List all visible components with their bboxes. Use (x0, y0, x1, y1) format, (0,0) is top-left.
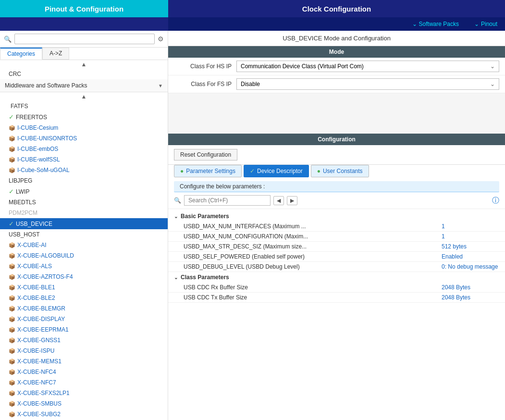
sidebar-item-xcube-als[interactable]: 📦 X-CUBE-ALS (0, 261, 168, 272)
middleware-group-header[interactable]: Middleware and Software Packs ▼ (0, 79, 168, 92)
tab-a-z[interactable]: A->Z (42, 48, 69, 60)
config-tabs: ● Parameter Settings ✓ Device Descriptor… (168, 165, 505, 181)
sidebar-item-xcube-mems1[interactable]: 📦 X-CUBE-MEMS1 (0, 356, 168, 367)
pkg-icon: 📦 (9, 380, 15, 386)
sidebar-item-pdm2pcm[interactable]: PDM2PCM (0, 208, 168, 218)
sidebar-item-xcube-ispu[interactable]: 📦 X-CUBE-ISPU (0, 346, 168, 356)
sidebar-item-icube-som-ugoal[interactable]: 📦 I-Cube-SoM-uGOAL (0, 165, 168, 175)
tab-check-icon-active: ✓ (250, 168, 255, 174)
sidebar-item-crc[interactable]: CRC (0, 69, 168, 79)
param-row: USBD_MAX_NUM_CONFIGURATION (Maxim... 1 (168, 232, 505, 242)
chevron-down-icon: ⌄ (490, 63, 495, 70)
pkg-icon: 📦 (9, 369, 15, 375)
pkg-icon: 📦 (9, 284, 15, 291)
check-icon: ✓ (9, 220, 14, 227)
sidebar-item-xcube-azrtos[interactable]: 📦 X-CUBE-AZRTOS-F4 (0, 272, 168, 282)
sidebar-item-icube-embos[interactable]: 📦 I-CUBE-embOS (0, 144, 168, 154)
chevron-icon: ⌄ (174, 275, 178, 280)
pkg-icon: 📦 (9, 295, 15, 301)
sidebar-item-libjpeg[interactable]: LIBJPEG (0, 175, 168, 186)
mode-row-fs: Class For FS IP Disable ⌄ (168, 75, 505, 93)
pkg-icon: 📦 (9, 401, 15, 407)
pkg-icon: 📦 (9, 167, 15, 173)
sidebar-item-xcube-ai[interactable]: 📦 X-CUBE-AI (0, 240, 168, 250)
param-row: USBD_DEBUG_LEVEL (USBD Debug Level) 0: N… (168, 262, 505, 272)
sidebar-item-xcube-subg2[interactable]: 📦 X-CUBE-SUBG2 (0, 409, 168, 420)
config-info-bar: Configure the below parameters : (174, 181, 499, 192)
sidebar-item-usb-host[interactable]: USB_HOST (0, 229, 168, 240)
sidebar-item-xcube-nfc7[interactable]: 📦 X-CUBE-NFC7 (0, 377, 168, 388)
sidebar: 🔍 ⚙ Categories A->Z ▲ CRC Middleware and… (0, 31, 168, 420)
search-next-btn[interactable]: ▶ (287, 196, 297, 205)
search-input[interactable] (14, 34, 155, 44)
sidebar-item-xcube-algobuild[interactable]: 📦 X-CUBE-ALGOBUILD (0, 250, 168, 261)
pkg-icon: 📦 (9, 411, 15, 418)
check-icon: ✓ (9, 188, 14, 195)
gear-icon[interactable]: ⚙ (158, 35, 164, 43)
sidebar-item-xcube-ble1[interactable]: 📦 X-CUBE-BLE1 (0, 282, 168, 293)
param-row: USB CDC Rx Buffer Size 2048 Bytes (168, 283, 505, 293)
sidebar-content: ▲ CRC Middleware and Software Packs ▼ ▲ … (0, 60, 168, 420)
sidebar-item-xcube-blemgr[interactable]: 📦 X-CUBE-BLEMGR (0, 303, 168, 314)
tab-parameter-settings[interactable]: ● Parameter Settings (174, 165, 242, 177)
config-title: USB_DEVICE Mode and Configuration (168, 31, 505, 46)
pkg-icon: 📦 (9, 390, 15, 396)
pkg-icon: 📦 (9, 157, 15, 163)
sidebar-item-icube-cesium[interactable]: 📦 I-CUBE-Cesium (0, 123, 168, 133)
pkg-icon: 📦 (9, 337, 15, 344)
sidebar-item-lwip[interactable]: ✓ LWIP (0, 186, 168, 197)
software-packs-btn[interactable]: ⌄ Software Packs (405, 21, 467, 27)
basic-params-group-header[interactable]: ⌄ Basic Parameters (168, 211, 505, 222)
pinout-btn[interactable]: ⌄ Pinout (467, 21, 505, 27)
pkg-icon: 📦 (9, 274, 15, 280)
mode-label-hs: Class For HS IP (174, 63, 236, 70)
sidebar-item-mbedtls[interactable]: MBEDTLS (0, 197, 168, 208)
sub-header-right: ⌄ Software Packs ⌄ Pinout (168, 17, 505, 31)
scroll-arrow-up[interactable]: ▲ (0, 60, 168, 69)
param-row: USBD_MAX_STR_DESC_SIZ (Maximum size... 5… (168, 242, 505, 252)
pkg-icon: 📦 (9, 125, 15, 131)
chevron-down-icon: ⌄ (490, 81, 495, 87)
pkg-icon: 📦 (9, 316, 15, 322)
sidebar-item-xcube-sfxs2lp1[interactable]: 📦 X-CUBE-SFXS2LP1 (0, 388, 168, 398)
scroll-arrow-up2[interactable]: ▲ (0, 92, 168, 101)
mode-select-fs[interactable]: Disable ⌄ (236, 78, 499, 90)
param-row: USB CDC Tx Buffer Size 2048 Bytes (168, 293, 505, 303)
config-section-header: Configuration (168, 134, 505, 145)
sidebar-item-xcube-ble2[interactable]: 📦 X-CUBE-BLE2 (0, 293, 168, 303)
mode-label-fs: Class For FS IP (174, 81, 236, 87)
search-icon: 🔍 (174, 197, 181, 204)
sidebar-item-usb-device[interactable]: ✓ USB_DEVICE (0, 218, 168, 229)
pkg-icon: 📦 (9, 242, 15, 248)
config-search-input[interactable] (184, 195, 271, 206)
search-prev-btn[interactable]: ◀ (273, 196, 284, 205)
tab-check-icon: ● (317, 168, 320, 174)
pkg-icon: 📦 (9, 327, 15, 333)
tab-device-descriptor[interactable]: ✓ Device Descriptor (244, 165, 309, 177)
search-icon: 🔍 (4, 36, 12, 43)
main-content: USB_DEVICE Mode and Configuration Mode C… (168, 31, 505, 420)
param-row: USBD_MAX_NUM_INTERFACES (Maximum ... 1 (168, 222, 505, 232)
sidebar-item-icube-wolfssl[interactable]: 📦 I-CUBE-wolfSSL (0, 154, 168, 165)
pkg-icon: 📦 (9, 358, 15, 365)
info-icon[interactable]: ⓘ (492, 196, 499, 205)
sidebar-search-bar: 🔍 ⚙ (0, 31, 168, 48)
tab-user-constants[interactable]: ● User Constants (311, 165, 369, 177)
tab-categories[interactable]: Categories (0, 48, 42, 60)
sidebar-item-xcube-gnss1[interactable]: 📦 X-CUBE-GNSS1 (0, 335, 168, 346)
sidebar-item-xcube-nfc4[interactable]: 📦 X-CUBE-NFC4 (0, 367, 168, 377)
sidebar-tabs: Categories A->Z (0, 48, 168, 60)
sidebar-item-xcube-smbus[interactable]: 📦 X-CUBE-SMBUS (0, 398, 168, 409)
sidebar-item-freertos[interactable]: ✓ FREERTOS (0, 111, 168, 123)
sidebar-item-icube-unisonrtos[interactable]: 📦 I-CUBE-UNISONRTOS (0, 133, 168, 144)
mode-row-hs: Class For HS IP Communication Device Cla… (168, 58, 505, 75)
mode-select-hs[interactable]: Communication Device Class (Virtual Port… (236, 61, 499, 72)
class-params-group-header[interactable]: ⌄ Class Parameters (168, 272, 505, 283)
sidebar-item-fatfs[interactable]: FATFS (0, 101, 168, 111)
spacer (168, 95, 505, 134)
sidebar-item-xcube-display[interactable]: 📦 X-CUBE-DISPLAY (0, 314, 168, 324)
sidebar-item-xcube-eeprma1[interactable]: 📦 X-CUBE-EEPRMA1 (0, 324, 168, 335)
reset-configuration-button[interactable]: Reset Configuration (174, 149, 237, 161)
check-icon: ✓ (9, 113, 14, 121)
pkg-icon: 📦 (9, 348, 15, 354)
